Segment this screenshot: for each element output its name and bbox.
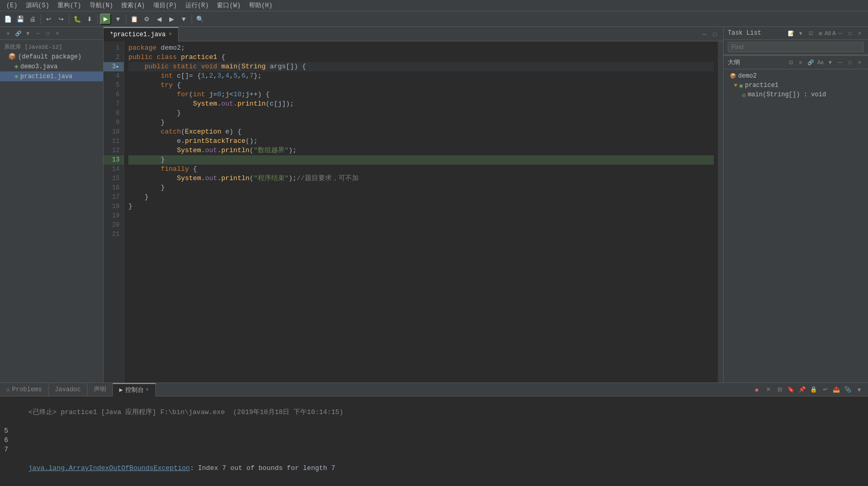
- sidebar-item-default-package[interactable]: 📦 (default package): [0, 52, 103, 62]
- num-7: 7: [249, 71, 254, 81]
- console-dropdown-btn[interactable]: ▼: [855, 385, 864, 394]
- kw-public-1: public: [128, 53, 153, 62]
- outline-minimize-btn[interactable]: ─: [836, 58, 844, 67]
- console-content[interactable]: <已终止> practice1 [Java 应用程序] F:\bin\javaw…: [0, 396, 868, 486]
- collapse-all-btn[interactable]: ≡: [4, 29, 12, 37]
- nav-dropdown-btn[interactable]: ▼: [178, 13, 189, 25]
- tab-close-btn[interactable]: ×: [169, 32, 172, 37]
- tab-practice1[interactable]: *practice1.java ×: [104, 27, 179, 41]
- console-stop-btn[interactable]: ■: [752, 385, 761, 394]
- menu-window[interactable]: 窗口(W): [213, 0, 245, 11]
- editor-minimize-btn[interactable]: ─: [700, 30, 709, 38]
- exception-link[interactable]: java.lang.ArrayIndexOutOfBoundsException: [28, 464, 190, 472]
- code-content[interactable]: package demo2; public class practice1 { …: [124, 41, 718, 382]
- outline-item-demo2[interactable]: 📦 demo2: [724, 71, 868, 81]
- task-minimize-btn[interactable]: ─: [836, 29, 844, 37]
- console-terminate-btn[interactable]: ✕: [763, 385, 773, 394]
- outline-practice1-label: practice1: [745, 82, 778, 89]
- menu-refactor[interactable]: 重构(T): [53, 0, 85, 11]
- param-args: args[]: [270, 62, 294, 71]
- outline-icon-3[interactable]: 🔗: [806, 58, 815, 67]
- console-pin-btn[interactable]: 📎: [843, 385, 852, 394]
- new-file-btn[interactable]: 📄: [2, 13, 13, 25]
- nav-forward-btn[interactable]: ▶: [166, 13, 177, 25]
- run-btn[interactable]: ▶: [100, 13, 111, 25]
- line-num-12: 12: [104, 146, 124, 155]
- console-action-1[interactable]: ⊟: [775, 385, 784, 394]
- outline-icon-2[interactable]: ≡: [797, 58, 805, 67]
- close-sidebar-btn[interactable]: ×: [53, 29, 62, 37]
- outline-icon-1[interactable]: ⊡: [787, 58, 795, 67]
- editor-tabs: *practice1.java × ─ □: [104, 27, 723, 41]
- tab-declaration[interactable]: 声明: [87, 383, 113, 396]
- view-menu-btn[interactable]: ▼: [24, 29, 32, 37]
- debug-btn[interactable]: 🐛: [71, 13, 83, 25]
- task-all-btn[interactable]: All A: [826, 29, 834, 37]
- menu-navigate[interactable]: 导航(N): [85, 0, 117, 11]
- kw-public-2: public: [144, 62, 169, 71]
- outline-maximize-btn[interactable]: □: [846, 58, 854, 67]
- problems-label: Problems: [12, 386, 42, 393]
- task-close-btn[interactable]: ×: [856, 29, 864, 37]
- menu-e[interactable]: (E): [2, 1, 22, 10]
- code-line-2: public class practice1 {: [128, 53, 714, 62]
- line-num-16: 16: [104, 183, 124, 193]
- save-btn[interactable]: 💾: [14, 13, 26, 25]
- task-dropdown-btn[interactable]: ▼: [797, 29, 805, 37]
- menu-project[interactable]: 项目(P): [149, 0, 181, 11]
- task-list-title: Task List: [728, 30, 761, 37]
- declaration-label: 声明: [94, 385, 106, 394]
- outline-close-btn[interactable]: ×: [856, 58, 864, 67]
- editor-scrollbar-v[interactable]: [718, 41, 723, 382]
- line-num-6: 6: [104, 90, 124, 99]
- find-input[interactable]: [728, 42, 864, 52]
- menubar: (E) 源码(S) 重构(T) 导航(N) 搜索(A) 项目(P) 运行(R) …: [0, 0, 868, 11]
- console-header-line: <已终止> practice1 [Java 应用程序] F:\bin\javaw…: [4, 399, 864, 426]
- settings-btn[interactable]: ⚙: [141, 13, 152, 25]
- console-action-3[interactable]: 📌: [798, 385, 807, 394]
- tab-javadoc[interactable]: Javadoc: [49, 383, 87, 396]
- outline-item-practice1[interactable]: ▼ ◉ practice1: [724, 81, 868, 90]
- redo-btn[interactable]: ↪: [55, 13, 67, 25]
- menu-search[interactable]: 搜索(A): [117, 0, 149, 11]
- tab-problems[interactable]: ⚠ Problems: [0, 383, 49, 396]
- tab-console[interactable]: ▶ 控制台 ×: [113, 383, 155, 396]
- console-open-console-btn[interactable]: 📤: [832, 385, 841, 394]
- outline-icons: ⊡ ≡ 🔗 Aa ▼ ─ □ ×: [787, 58, 864, 67]
- code-line-19: [128, 211, 714, 220]
- console-close-btn[interactable]: ×: [146, 387, 149, 393]
- console-word-wrap-btn[interactable]: ↵: [820, 385, 830, 394]
- outline-item-main[interactable]: ◎ main(String[]) : void: [724, 90, 868, 99]
- open-task-btn[interactable]: 📋: [128, 13, 140, 25]
- menu-run[interactable]: 运行(R): [181, 0, 213, 11]
- next-annotation-btn[interactable]: ⬇: [84, 13, 95, 25]
- outline-icon-4[interactable]: Aa: [816, 58, 825, 67]
- run-dropdown-btn[interactable]: ▼: [112, 13, 124, 25]
- line-num-4: 4: [104, 71, 124, 81]
- undo-btn[interactable]: ↩: [43, 13, 54, 25]
- outline-dropdown-btn[interactable]: ▼: [826, 58, 834, 67]
- outline-pkg-icon: 📦: [730, 73, 736, 79]
- print-btn[interactable]: 🖨: [27, 13, 38, 25]
- nav-back-btn[interactable]: ◀: [153, 13, 165, 25]
- menu-help[interactable]: 帮助(H): [245, 0, 277, 11]
- code-line-10: catch(Exception e) {: [128, 127, 714, 137]
- outline-practice1-icon: ◉: [740, 82, 743, 89]
- menu-source[interactable]: 源码(S): [22, 0, 54, 11]
- maximize-sidebar-btn[interactable]: □: [43, 29, 52, 37]
- console-action-2[interactable]: 🔖: [786, 385, 796, 394]
- search-btn[interactable]: 🔍: [194, 13, 205, 25]
- brace-class-close: }: [128, 202, 133, 211]
- task-icon-2[interactable]: ⊕: [816, 29, 825, 37]
- task-new-btn[interactable]: 📝: [787, 29, 795, 37]
- task-maximize-btn[interactable]: □: [846, 29, 854, 37]
- console-scroll-lock-btn[interactable]: 🔒: [809, 385, 818, 394]
- link-with-editor-btn[interactable]: 🔗: [14, 29, 22, 37]
- num-10: 10: [233, 90, 242, 99]
- minimize-sidebar-btn[interactable]: ─: [34, 29, 42, 37]
- sidebar-section-library: 系统库 [JavaSE-12]: [0, 42, 103, 52]
- task-icon-1[interactable]: ☑: [806, 29, 815, 37]
- sidebar-item-demo3[interactable]: ◈ demo3.java: [0, 62, 103, 71]
- editor-maximize-btn[interactable]: □: [711, 30, 719, 38]
- sidebar-item-practice1[interactable]: ◈ practice1.java: [0, 71, 103, 81]
